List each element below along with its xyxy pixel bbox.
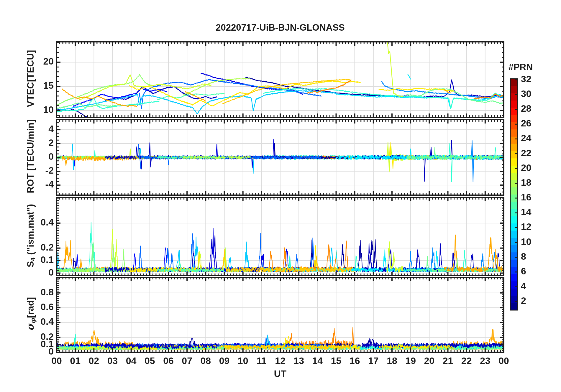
y-tick-label: -2 <box>0 165 54 176</box>
y-tick-label: 0.2 <box>0 242 54 253</box>
x-axis-label: UT <box>103 368 457 379</box>
y-tick-label: 2 <box>0 137 54 148</box>
colorbar-tick-label: 24 <box>521 133 547 144</box>
colorbar-tick-label: 32 <box>521 74 547 85</box>
colorbar-tick-label: 8 <box>521 251 547 262</box>
colorbar-tick-label: 30 <box>521 88 547 99</box>
colorbar-tick-label: 12 <box>521 221 547 232</box>
y-tick-label: 20 <box>0 56 54 67</box>
y-tick-label: 0 <box>0 267 54 278</box>
y-tick-label: 10 <box>0 104 54 115</box>
colorbar-tick-label: 4 <box>521 281 547 291</box>
colorbar-title: #PRN <box>501 62 540 73</box>
figure-canvas <box>0 0 561 392</box>
y-tick-label: 0.1 <box>0 254 54 265</box>
colorbar-tick-label: 20 <box>521 162 547 173</box>
y-tick-label: 4 <box>0 123 54 134</box>
y-tick-label: 0.4 <box>0 217 54 228</box>
y-tick-label: 0.4 <box>0 316 54 327</box>
colorbar-tick-label: 6 <box>521 266 547 277</box>
colorbar-tick-label: 16 <box>521 192 547 203</box>
y-tick-label: 0.6 <box>0 302 54 312</box>
colorbar-tick-label: 28 <box>521 103 547 114</box>
chart-title: 20220717-UiB-BJN-GLONASS <box>103 22 457 33</box>
colorbar-tick-label: 22 <box>521 148 547 159</box>
colorbar-tick-label: 18 <box>521 177 547 188</box>
x-tick-label: 00 <box>491 355 517 366</box>
y-tick-label: 0.2 <box>0 331 54 342</box>
colorbar-tick-label: 26 <box>521 118 547 129</box>
colorbar-tick-label: 10 <box>521 236 547 247</box>
colorbar-tick-label: 2 <box>521 295 547 306</box>
y-tick-label: -4 <box>0 179 54 190</box>
colorbar-tick-label: 14 <box>521 207 547 218</box>
figure: 20220717-UiB-BJN-GLONASS UT #PRN VTEC[TE… <box>0 0 561 392</box>
y-tick-label: 0.8 <box>0 287 54 298</box>
y-tick-label: 15 <box>0 80 54 91</box>
y-tick-label: 0 <box>0 151 54 162</box>
